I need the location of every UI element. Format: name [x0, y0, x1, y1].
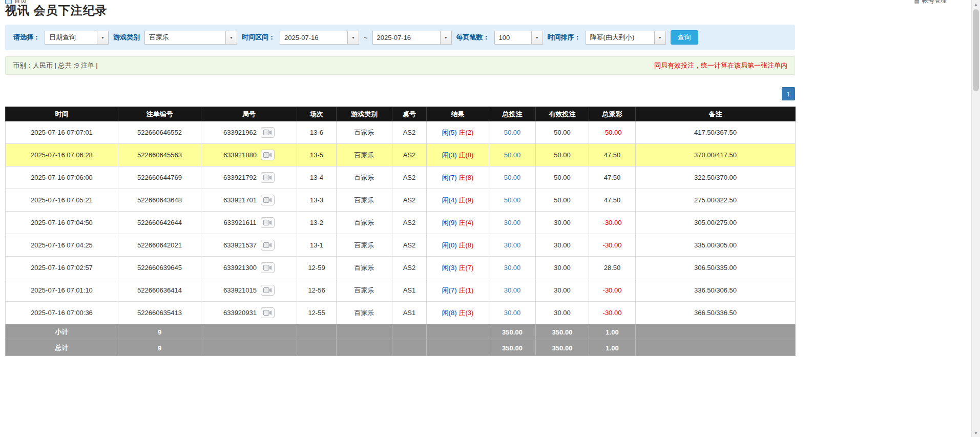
round-cell: 633921537: [201, 234, 297, 257]
chevron-down-icon[interactable]: ▼: [347, 31, 359, 45]
scrollbar-thumb[interactable]: [973, 9, 979, 91]
total-bet-link[interactable]: 30.00: [504, 241, 521, 249]
payout-cell: -30.00: [589, 279, 636, 302]
game-type-cell: 百家乐: [337, 302, 392, 324]
payout-cell: 47.50: [589, 144, 636, 167]
total-bet-link[interactable]: 50.00: [504, 174, 521, 181]
time-cell: 2025-07-16 07:05:21: [6, 189, 118, 212]
select-type-input[interactable]: [45, 31, 97, 45]
round-id: 633920931: [223, 309, 257, 317]
total-bet-cell: 30.00: [489, 257, 536, 279]
sum-note-cell: [636, 324, 796, 340]
page-size-input[interactable]: [494, 31, 531, 45]
time-cell: 2025-07-16 07:04:25: [6, 234, 118, 257]
result-cell: 闲(7)庄(1): [427, 279, 489, 302]
sum-count: 9: [118, 340, 201, 356]
table-no-cell: AS1: [392, 302, 427, 324]
total-bet-link[interactable]: 50.00: [504, 151, 521, 159]
result-cell: 闲(9)庄(4): [427, 212, 489, 234]
total-bet-link[interactable]: 30.00: [504, 219, 521, 226]
payout-cell: -30.00: [589, 302, 636, 324]
video-replay-icon[interactable]: [261, 172, 275, 183]
currency-total-text: 币别：人民币 | 总共 :9 注单 |: [13, 61, 98, 70]
total-bet-cell: 30.00: [489, 302, 536, 324]
column-header: 总派彩: [589, 107, 636, 121]
time-cell: 2025-07-16 07:06:28: [6, 144, 118, 167]
total-bet-link[interactable]: 30.00: [504, 264, 521, 272]
chevron-down-icon[interactable]: ▼: [654, 31, 666, 45]
note-cell: 370.00/417.50: [636, 144, 796, 167]
vertical-scrollbar[interactable]: ▲ ▼: [971, 0, 980, 437]
grid-icon: ▦: [914, 0, 920, 4]
video-replay-icon[interactable]: [261, 217, 275, 228]
time-sort-input[interactable]: [586, 31, 654, 45]
page-1-button[interactable]: 1: [782, 87, 795, 100]
round-cell: 633921701: [201, 189, 297, 212]
search-button[interactable]: 查询: [671, 30, 698, 45]
grand-total-row: 总计9350.00350.001.00: [6, 340, 796, 356]
banker-result: 庄(1): [459, 286, 474, 294]
table-row: 2025-07-16 07:06:00522660644769633921792…: [6, 167, 796, 189]
account-menu[interactable]: ▦ 帐号管理: [914, 0, 947, 5]
total-bet-cell: 50.00: [489, 189, 536, 212]
date-to-input[interactable]: [372, 31, 440, 45]
table-row: 2025-07-16 07:07:01522660646552633921962…: [6, 121, 796, 144]
scrollbar-down-icon[interactable]: ▼: [972, 429, 980, 437]
banker-result: 庄(9): [459, 196, 474, 204]
chevron-down-icon[interactable]: ▼: [440, 31, 452, 45]
player-result: 闲(3): [442, 264, 457, 272]
game-type-input[interactable]: [144, 31, 225, 45]
time-cell: 2025-07-16 07:06:00: [6, 167, 118, 189]
player-result: 闲(8): [442, 309, 457, 317]
summary-bar: 币别：人民币 | 总共 :9 注单 | 同局有效投注，统一计算在该局第一张注单内: [5, 56, 795, 75]
total-bet-link[interactable]: 50.00: [504, 129, 521, 136]
chevron-down-icon[interactable]: ▼: [225, 31, 237, 45]
date-from-input[interactable]: [280, 31, 347, 45]
game-type-cell: 百家乐: [337, 189, 392, 212]
table-row: 2025-07-16 07:04:50522660642644633921611…: [6, 212, 796, 234]
chevron-down-icon[interactable]: ▼: [97, 31, 109, 45]
game-type-cell: 百家乐: [337, 144, 392, 167]
note-cell: 305.00/275.00: [636, 212, 796, 234]
total-bet-cell: 50.00: [489, 167, 536, 189]
video-replay-icon[interactable]: [261, 262, 275, 273]
round-id: 633921792: [223, 174, 257, 181]
total-bet-link[interactable]: 30.00: [504, 309, 521, 317]
video-replay-icon[interactable]: [261, 127, 275, 138]
bet-id-cell: 522660646552: [118, 121, 201, 144]
round-cell: 633921880: [201, 144, 297, 167]
subtotal-row: 小计9350.00350.001.00: [6, 324, 796, 340]
sum-valid-bet: 350.00: [536, 340, 589, 356]
table-row: 2025-07-16 07:04:25522660642021633921537…: [6, 234, 796, 257]
total-bet-link[interactable]: 30.00: [504, 286, 521, 294]
video-replay-icon[interactable]: [261, 307, 275, 318]
total-bet-link[interactable]: 50.00: [504, 196, 521, 204]
video-replay-icon[interactable]: [261, 150, 275, 160]
player-result: 闲(7): [442, 174, 457, 181]
player-result: 闲(5): [442, 129, 457, 136]
sum-total-bet: 350.00: [489, 340, 536, 356]
video-replay-icon[interactable]: [261, 195, 275, 205]
banker-result: 庄(8): [459, 241, 474, 249]
video-replay-icon[interactable]: [261, 285, 275, 296]
player-result: 闲(4): [442, 196, 457, 204]
video-replay-icon[interactable]: [261, 240, 275, 251]
round-cell: 633921792: [201, 167, 297, 189]
session-cell: 13-4: [297, 167, 337, 189]
session-cell: 13-3: [297, 189, 337, 212]
sum-label: 小计: [6, 324, 118, 340]
scrollbar-up-icon[interactable]: ▲: [972, 0, 980, 8]
result-cell: 闲(4)庄(9): [427, 189, 489, 212]
table-no-cell: AS2: [392, 121, 427, 144]
notice-text: 同局有效投注，统一计算在该局第一张注单内: [654, 61, 787, 70]
bet-id-cell: 522660639645: [118, 257, 201, 279]
table-no-cell: AS2: [392, 234, 427, 257]
bet-id-cell: 522660643648: [118, 189, 201, 212]
chevron-down-icon[interactable]: ▼: [531, 31, 543, 45]
total-bet-cell: 30.00: [489, 279, 536, 302]
time-cell: 2025-07-16 07:02:57: [6, 257, 118, 279]
column-header: 注单编号: [118, 107, 201, 121]
game-type-cell: 百家乐: [337, 167, 392, 189]
sum-empty-cell: [201, 340, 297, 356]
total-bet-cell: 50.00: [489, 144, 536, 167]
